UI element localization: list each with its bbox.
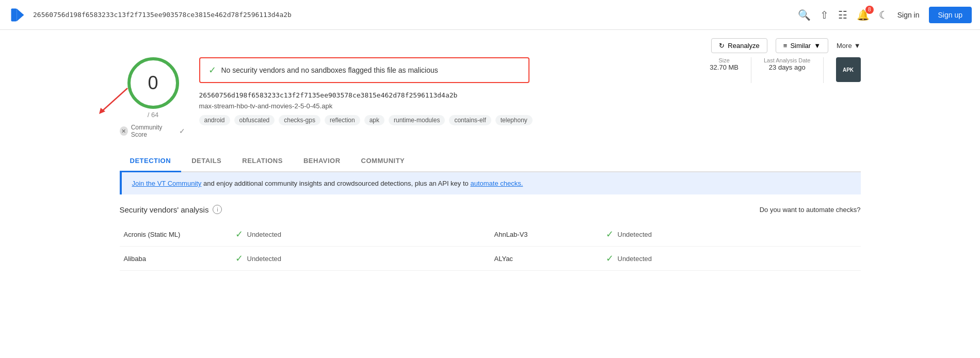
tab-behavior[interactable]: BEHAVIOR <box>293 151 351 172</box>
meta-divider-1 <box>751 57 751 83</box>
vendor-status-acronis: ✓ Undetected <box>235 229 282 240</box>
automate-checks-text: Do you want to automate checks? <box>760 206 861 214</box>
vendor-row-alibaba: Alibaba ✓ Undetected <box>120 247 490 271</box>
more-chevron: ▼ <box>854 42 861 50</box>
red-arrow <box>91 83 133 119</box>
banner-text: and enjoy additional community insights … <box>203 180 470 187</box>
tag-checks-gps[interactable]: checks-gps <box>279 115 320 125</box>
tabs-row: DETECTION DETAILS RELATIONS BEHAVIOR COM… <box>120 151 861 172</box>
vendor-row-ahnlab: AhnLab-V3 ✓ Undetected <box>490 222 861 247</box>
vendor-row-acronis: Acronis (Static ML) ✓ Undetected <box>120 222 490 247</box>
size-label: Size <box>710 57 738 63</box>
security-title-row: Security vendors' analysis i <box>120 205 222 214</box>
security-header: Security vendors' analysis i Do you want… <box>120 205 861 214</box>
tag-contains-elf[interactable]: contains-elf <box>449 115 491 125</box>
community-score-row: ✕ Community Score ✓ <box>120 124 187 138</box>
status-text-alyac: Undetected <box>618 255 652 263</box>
last-analysis-block: Last Analysis Date 23 days ago <box>764 57 811 71</box>
main-content: ↻ Reanalyze ≡ Similar ▼ More ▼ 0 / 64 <box>103 30 877 289</box>
security-title-text: Security vendors' analysis <box>120 205 209 214</box>
status-text-ahnlab: Undetected <box>618 231 652 238</box>
notification-badge: 8 <box>865 6 874 14</box>
vendor-status-ahnlab: ✓ Undetected <box>606 229 652 240</box>
similar-label: Similar <box>790 42 811 50</box>
vendor-name-acronis: Acronis (Static ML) <box>124 231 227 238</box>
file-hash-display: 26560756d198f6583233c13f2f7135ee903578ce… <box>199 91 698 99</box>
check-icon-acronis: ✓ <box>235 229 243 240</box>
reanalyze-button[interactable]: ↻ Reanalyze <box>711 38 767 53</box>
last-analysis-value: 23 days ago <box>764 63 811 71</box>
tag-telephony[interactable]: telephony <box>495 115 533 125</box>
meta-divider-2 <box>823 57 824 83</box>
notifications-icon[interactable]: 🔔 8 <box>857 9 870 21</box>
more-button[interactable]: More ▼ <box>837 42 861 50</box>
vendor-name-alibaba: Alibaba <box>124 255 227 263</box>
vendor-status-alibaba: ✓ Undetected <box>235 253 282 264</box>
tags-row: android obfuscated checks-gps reflection… <box>199 115 698 125</box>
community-banner: Join the VT Community and enjoy addition… <box>120 172 861 194</box>
tab-relations[interactable]: RELATIONS <box>232 151 293 172</box>
signin-button[interactable]: Sign in <box>897 11 920 19</box>
file-name: max-stream-hbo-tv-and-movies-2-5-0-45.ap… <box>199 102 698 110</box>
top-navigation: 26560756d198f6583233c13f2f7135ee903578ce… <box>0 0 980 30</box>
grid-icon[interactable]: ☷ <box>838 9 847 21</box>
vendors-grid: Acronis (Static ML) ✓ Undetected AhnLab-… <box>120 222 861 271</box>
apk-label: APK <box>843 67 854 73</box>
tag-android[interactable]: android <box>199 115 230 125</box>
similar-button[interactable]: ≡ Similar ▼ <box>776 38 828 53</box>
upload-icon[interactable]: ⇧ <box>820 9 829 21</box>
tab-details[interactable]: DETAILS <box>181 151 232 172</box>
check-icon-ahnlab: ✓ <box>606 229 614 240</box>
tag-obfuscated[interactable]: obfuscated <box>234 115 275 125</box>
search-icon[interactable]: 🔍 <box>798 9 811 21</box>
nav-actions: 🔍 ⇧ ☷ 🔔 8 ☾ Sign in Sign up <box>798 7 972 23</box>
similar-icon: ≡ <box>783 42 788 50</box>
tab-community[interactable]: COMMUNITY <box>351 151 415 172</box>
size-value: 32.70 MB <box>710 63 738 71</box>
vendor-row-alyac: ALYac ✓ Undetected <box>490 247 861 271</box>
check-icon-alyac: ✓ <box>606 253 614 264</box>
automate-link[interactable]: automate checks. <box>470 180 523 187</box>
tab-detection[interactable]: DETECTION <box>120 151 182 172</box>
meta-area: Size 32.70 MB Last Analysis Date 23 days… <box>710 57 860 83</box>
vendor-status-alyac: ✓ Undetected <box>606 253 652 264</box>
community-score-label: Community Score <box>131 124 175 138</box>
close-icon[interactable]: ✕ <box>120 126 128 136</box>
alert-box: ✓ No security vendors and no sandboxes f… <box>199 57 529 83</box>
info-icon[interactable]: i <box>213 205 222 214</box>
file-hash-nav: 26560756d198f6583233c13f2f7135ee903578ce… <box>33 11 792 19</box>
similar-chevron: ▼ <box>814 42 821 50</box>
alert-check-icon: ✓ <box>208 64 216 76</box>
vendor-name-alyac: ALYac <box>494 255 598 263</box>
tag-reflection[interactable]: reflection <box>325 115 360 125</box>
join-vt-link[interactable]: Join the VT Community <box>132 180 202 187</box>
top-section: 0 / 64 ✕ Community Score ✓ ✓ No security… <box>120 57 861 138</box>
size-block: Size 32.70 MB <box>710 57 738 71</box>
tag-runtime-modules[interactable]: runtime-modules <box>389 115 445 125</box>
last-analysis-label: Last Analysis Date <box>764 57 811 63</box>
score-total: / 64 <box>148 111 159 119</box>
status-text-alibaba: Undetected <box>247 255 282 263</box>
reanalyze-label: Reanalyze <box>728 42 759 50</box>
alert-text: No security vendors and no sandboxes fla… <box>221 66 438 74</box>
security-section: Security vendors' analysis i Do you want… <box>120 194 861 281</box>
apk-icon: APK <box>836 57 861 82</box>
signup-button[interactable]: Sign up <box>929 7 972 23</box>
more-label: More <box>837 42 852 50</box>
logo[interactable] <box>8 6 27 24</box>
status-text-acronis: Undetected <box>247 231 282 238</box>
svg-rect-1 <box>11 8 17 21</box>
score-value: 0 <box>148 72 158 94</box>
action-buttons-row: ↻ Reanalyze ≡ Similar ▼ More ▼ <box>120 38 861 53</box>
score-area: 0 / 64 ✕ Community Score ✓ <box>120 57 187 138</box>
community-check-icon: ✓ <box>178 126 186 136</box>
vendor-name-ahnlab: AhnLab-V3 <box>494 231 598 238</box>
score-circle: 0 <box>127 57 179 109</box>
info-area: ✓ No security vendors and no sandboxes f… <box>199 57 698 129</box>
svg-line-3 <box>102 88 127 111</box>
check-icon-alibaba: ✓ <box>235 253 243 264</box>
theme-icon[interactable]: ☾ <box>879 9 888 21</box>
tag-apk[interactable]: apk <box>364 115 384 125</box>
reanalyze-icon: ↻ <box>719 42 725 50</box>
